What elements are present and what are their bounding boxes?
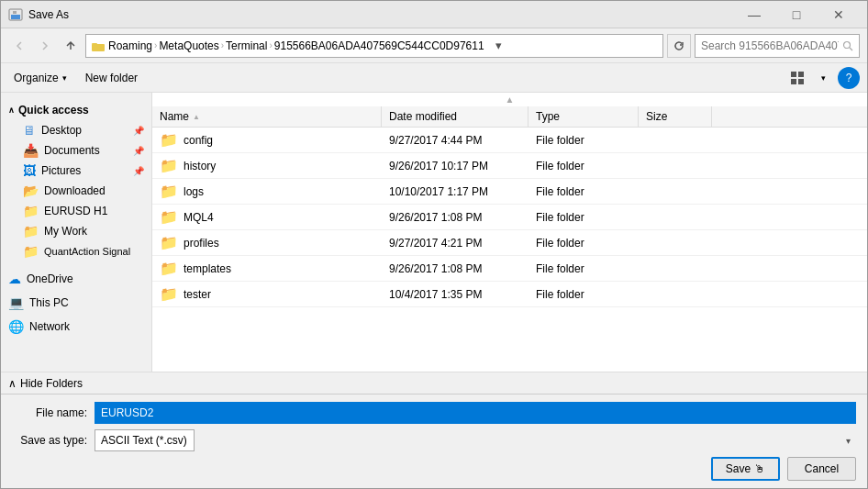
- sidebar-item-pictures[interactable]: 🖼 Pictures 📌: [1, 161, 151, 181]
- onedrive-icon: ☁: [8, 272, 21, 286]
- file-list-header: Name ▲ Date modified Type Size: [152, 106, 867, 128]
- file-cell-date: 10/4/2017 1:35 PM: [382, 284, 529, 305]
- col-header-size[interactable]: Size: [639, 106, 712, 127]
- crumb-roaming[interactable]: Roaming: [108, 39, 152, 52]
- sidebar-item-onedrive[interactable]: ☁ OneDrive: [1, 269, 151, 289]
- sidebar-thispc-label: This PC: [29, 296, 69, 309]
- file-cell-type: File folder: [529, 284, 639, 305]
- col-header-date[interactable]: Date modified: [382, 106, 529, 127]
- sidebar: ∧ Quick access 🖥 Desktop 📌 📥 Documents 📌…: [1, 93, 152, 372]
- file-cell-date: 9/26/2017 1:08 PM: [382, 207, 529, 228]
- file-cell-type: File folder: [529, 233, 639, 253]
- file-name-text: logs: [184, 185, 204, 198]
- sidebar-item-thispc[interactable]: 💻 This PC: [1, 293, 151, 313]
- file-cell-name: 📁 profiles: [152, 230, 382, 255]
- pin-icon: 📌: [133, 126, 144, 136]
- crumb-sep-1: ›: [154, 40, 157, 50]
- svg-rect-8: [798, 72, 804, 77]
- back-button[interactable]: [8, 35, 30, 57]
- minimize-button[interactable]: —: [733, 1, 775, 28]
- file-name-text: tester: [184, 288, 211, 301]
- crumb-sep-2: ›: [221, 40, 224, 50]
- table-row[interactable]: 📁 config 9/27/2017 4:44 PM File folder: [152, 128, 867, 153]
- col-header-name[interactable]: Name ▲: [152, 106, 382, 127]
- close-button[interactable]: ✕: [818, 1, 860, 28]
- col-header-type[interactable]: Type: [529, 106, 639, 127]
- save-label: Save: [726, 462, 751, 475]
- table-row[interactable]: 📁 tester 10/4/2017 1:35 PM File folder: [152, 282, 867, 307]
- view-chevron-button[interactable]: ▾: [812, 67, 834, 89]
- new-folder-button[interactable]: New folder: [80, 70, 143, 86]
- quick-access-header[interactable]: ∧ Quick access: [1, 100, 151, 120]
- sidebar-documents-label: Documents: [44, 144, 100, 157]
- address-bar[interactable]: Roaming › MetaQuotes › Terminal › 915566…: [85, 34, 663, 58]
- sidebar-eurusd-label: EURUSD H1: [44, 205, 107, 217]
- savetype-row: Save as type: ASCII Text (*.csv) ▾: [12, 429, 856, 451]
- view-toggle-button[interactable]: [786, 67, 808, 89]
- bottom-actions: Save 🖱 Cancel: [12, 457, 856, 481]
- pin-icon-pics: 📌: [133, 166, 144, 176]
- crumb-terminal[interactable]: Terminal: [226, 39, 267, 52]
- up-button[interactable]: [60, 35, 82, 57]
- hide-folders-button[interactable]: ∧ Hide Folders: [8, 377, 83, 390]
- maximize-button[interactable]: □: [775, 1, 818, 28]
- table-row[interactable]: 📁 profiles 9/27/2017 4:21 PM File folder: [152, 230, 867, 256]
- svg-rect-2: [13, 11, 17, 14]
- sidebar-quantaction-label: QuantAction Signal: [44, 246, 130, 257]
- sidebar-mywork-label: My Work: [44, 225, 87, 238]
- view-dropdown-icon: ▾: [821, 73, 826, 83]
- file-name-text: templates: [184, 262, 231, 275]
- folder-icon: 📁: [160, 131, 178, 149]
- file-cell-name: 📁 history: [152, 153, 382, 178]
- sidebar-item-mywork[interactable]: 📁 My Work: [1, 221, 151, 241]
- sidebar-item-quantaction[interactable]: 📁 QuantAction Signal: [1, 241, 151, 261]
- folder-icon: 📁: [160, 157, 178, 174]
- sidebar-item-downloaded[interactable]: 📂 Downloaded: [1, 181, 151, 201]
- file-cell-date: 9/26/2017 10:17 PM: [382, 156, 529, 176]
- table-row[interactable]: 📁 templates 9/26/2017 1:08 PM File folde…: [152, 256, 867, 282]
- sort-icon: ▲: [193, 113, 200, 121]
- file-cell-size: [639, 162, 712, 170]
- table-row[interactable]: 📁 history 9/26/2017 10:17 PM File folder: [152, 153, 867, 179]
- toolbar: Organize ▾ New folder ▾ ?: [1, 63, 867, 93]
- svg-point-5: [844, 41, 851, 48]
- sidebar-item-desktop[interactable]: 🖥 Desktop 📌: [1, 120, 151, 140]
- search-input[interactable]: [701, 39, 839, 52]
- svg-rect-9: [791, 79, 796, 84]
- new-folder-label: New folder: [85, 72, 138, 84]
- crumb-guid[interactable]: 915566BA06ADA407569C544CC0D97611: [274, 39, 484, 52]
- save-as-dialog: Save As — □ ✕ Roaming › MetaQuotes › Ter…: [0, 0, 868, 489]
- search-box[interactable]: [695, 34, 860, 58]
- organize-chevron-icon: ▾: [62, 73, 67, 83]
- file-cell-size: [639, 239, 712, 247]
- window-title: Save As: [28, 8, 733, 21]
- filename-input[interactable]: [95, 402, 856, 424]
- sidebar-network-label: Network: [29, 320, 70, 333]
- table-row[interactable]: 📁 logs 10/10/2017 1:17 PM File folder: [152, 179, 867, 205]
- crumb-metaquotes[interactable]: MetaQuotes: [159, 39, 218, 52]
- file-cell-size: [639, 188, 712, 195]
- svg-rect-1: [11, 15, 20, 19]
- file-cell-date: 9/27/2017 4:44 PM: [382, 130, 529, 150]
- sidebar-item-network[interactable]: 🌐 Network: [1, 317, 151, 337]
- cancel-button[interactable]: Cancel: [787, 457, 856, 481]
- savetype-select[interactable]: ASCII Text (*.csv): [95, 429, 195, 451]
- forward-button[interactable]: [34, 35, 56, 57]
- title-bar: Save As — □ ✕: [1, 1, 867, 28]
- file-list: ▲ Name ▲ Date modified Type Size: [152, 93, 867, 372]
- address-dropdown-button[interactable]: ▾: [488, 35, 510, 57]
- help-button[interactable]: ?: [838, 67, 860, 89]
- scroll-indicator: ▲: [152, 93, 867, 106]
- file-cell-size: [639, 265, 712, 272]
- table-row[interactable]: 📁 MQL4 9/26/2017 1:08 PM File folder: [152, 205, 867, 230]
- sidebar-item-documents[interactable]: 📥 Documents 📌: [1, 140, 151, 161]
- save-button[interactable]: Save 🖱: [711, 457, 780, 481]
- toolbar-right: ▾ ?: [786, 67, 860, 89]
- organize-button[interactable]: Organize ▾: [8, 70, 72, 86]
- sidebar-item-eurusd[interactable]: 📁 EURUSD H1: [1, 201, 151, 221]
- file-cell-date: 9/27/2017 4:21 PM: [382, 233, 529, 253]
- file-cell-name: 📁 MQL4: [152, 205, 382, 229]
- documents-folder-icon: 📥: [23, 143, 39, 158]
- desktop-folder-icon: 🖥: [23, 123, 36, 138]
- refresh-button[interactable]: [667, 34, 691, 58]
